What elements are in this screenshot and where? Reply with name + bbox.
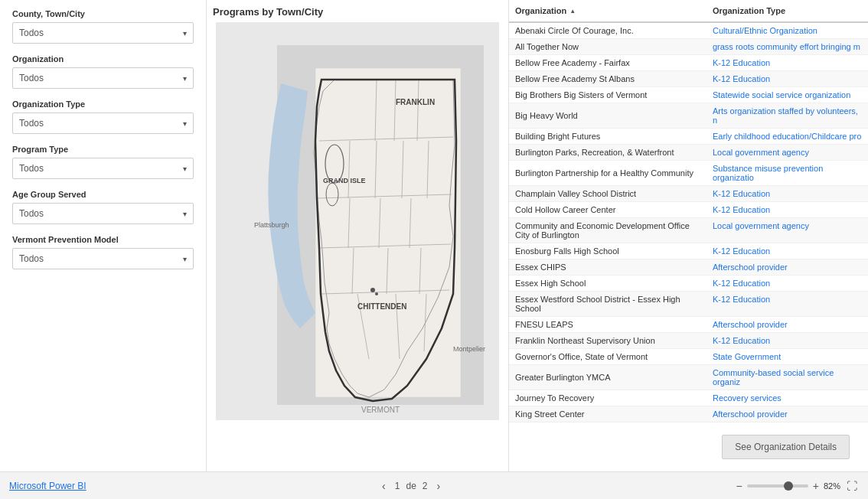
table-row[interactable]: Governor's Office, State of VermontState… bbox=[509, 349, 868, 365]
table-row[interactable]: All Together Nowgrass roots community ef… bbox=[509, 39, 868, 55]
type-cell: Local government agency bbox=[706, 145, 868, 160]
org-cell: Governor's Office, State of Vermont bbox=[509, 349, 706, 364]
bottom-bar: Microsoft Power BI ‹ 1 de 2 › − + 82% ⛶ bbox=[0, 471, 868, 499]
vpm-filter-label: Vermont Prevention Model bbox=[12, 235, 194, 244]
org-cell: Burlington Parks, Recreation, & Waterfro… bbox=[509, 145, 706, 160]
table-row[interactable]: Essex Westford School District - Essex H… bbox=[509, 292, 868, 317]
org-cell: King Street Center bbox=[509, 406, 706, 422]
table-row[interactable]: Abenaki Circle Of Courage, Inc.Cultural/… bbox=[509, 23, 868, 39]
map-svg: FRANKLIN GRAND ISLE CHITTENDEN Plattsbur… bbox=[213, 22, 502, 420]
county-filter-select[interactable]: Todos▾ bbox=[12, 22, 194, 44]
chevron-down-icon: ▾ bbox=[183, 119, 187, 128]
map-title: Programs by Town/City bbox=[213, 6, 502, 18]
org-cell: Cold Hollow Career Center bbox=[509, 202, 706, 217]
org-cell: Franklin Northeast Supervisory Union bbox=[509, 333, 706, 348]
progtype-filter-select[interactable]: Todos▾ bbox=[12, 158, 194, 179]
type-cell: Afterschool provider bbox=[706, 406, 868, 422]
table-row[interactable]: Franklin Northeast Supervisory UnionK-12… bbox=[509, 333, 868, 349]
page-total: 2 bbox=[423, 481, 428, 491]
table-row[interactable]: Big Brothers Big Sisters of VermontState… bbox=[509, 87, 868, 103]
table-row[interactable]: Greater Burlington YMCACommunity-based s… bbox=[509, 365, 868, 390]
orgtype-filter-label: Organization Type bbox=[12, 99, 194, 109]
org-filter-label: Organization bbox=[12, 54, 194, 64]
zoom-thumb[interactable] bbox=[784, 481, 793, 491]
svg-text:VERMONT: VERMONT bbox=[361, 406, 400, 414]
zoom-in-button[interactable]: + bbox=[813, 480, 819, 492]
svg-text:CHITTENDEN: CHITTENDEN bbox=[357, 302, 406, 311]
page-separator: de bbox=[406, 481, 416, 491]
progtype-filter-label: Program Type bbox=[12, 145, 194, 154]
table-row[interactable]: Bellow Free Academy - FairfaxK-12 Educat… bbox=[509, 55, 868, 71]
org-cell: Burlington Partnership for a Healthy Com… bbox=[509, 161, 706, 185]
zoom-slider[interactable] bbox=[747, 484, 808, 488]
org-filter-select[interactable]: Todos▾ bbox=[12, 67, 194, 89]
org-filter-value: Todos bbox=[19, 73, 44, 83]
chevron-down-icon: ▾ bbox=[183, 255, 187, 263]
table-row[interactable]: Burlington Parks, Recreation, & Waterfro… bbox=[509, 145, 868, 161]
org-cell: Big Heavy World bbox=[509, 103, 706, 128]
org-cell: Building Bright Futures bbox=[509, 129, 706, 144]
age-filter-value: Todos bbox=[19, 208, 44, 219]
table-row[interactable]: Essex CHIPSAfterschool provider bbox=[509, 259, 868, 276]
map-container: Programs by Town/City bbox=[207, 0, 509, 471]
sidebar: County, Town/CityTodos▾OrganizationTodos… bbox=[0, 0, 207, 471]
table-row[interactable]: Big Heavy WorldArts organization staffed… bbox=[509, 103, 868, 129]
org-filter-group: OrganizationTodos▾ bbox=[12, 54, 194, 89]
svg-text:Montpelier: Montpelier bbox=[453, 345, 485, 353]
table-row[interactable]: Bellow Free Academy St AlbansK-12 Educat… bbox=[509, 71, 868, 87]
table-row[interactable]: Community and Economic Development Offic… bbox=[509, 218, 868, 243]
org-cell: FNESU LEAPS bbox=[509, 317, 706, 332]
vpm-filter-value: Todos bbox=[19, 253, 44, 264]
powerbi-link[interactable]: Microsoft Power BI bbox=[9, 481, 86, 491]
type-cell: K-12 Education bbox=[706, 333, 868, 348]
table-row[interactable]: Enosburg Falls High SchoolK-12 Education bbox=[509, 243, 868, 259]
progtype-filter-value: Todos bbox=[19, 163, 44, 174]
next-page-button[interactable]: › bbox=[434, 478, 444, 494]
table-row[interactable]: Burlington Partnership for a Healthy Com… bbox=[509, 161, 868, 186]
table-row[interactable]: Essex High SchoolK-12 Education bbox=[509, 276, 868, 292]
org-cell: Journey To Recovery bbox=[509, 390, 706, 406]
orgtype-filter-select[interactable]: Todos▾ bbox=[12, 113, 194, 134]
see-org-details-button[interactable]: See Organization Details bbox=[722, 435, 850, 459]
orgtype-filter-group: Organization TypeTodos▾ bbox=[12, 99, 194, 134]
table-row[interactable]: FNESU LEAPSAfterschool provider bbox=[509, 317, 868, 333]
main-container: County, Town/CityTodos▾OrganizationTodos… bbox=[0, 0, 868, 499]
vpm-filter-select[interactable]: Todos▾ bbox=[12, 248, 194, 269]
type-cell: Early childhood education/Childcare pro bbox=[706, 129, 868, 144]
age-filter-select[interactable]: Todos▾ bbox=[12, 203, 194, 224]
svg-text:Plattsburgh: Plattsburgh bbox=[254, 221, 289, 229]
type-cell: Community-based social service organiz bbox=[706, 365, 868, 390]
org-cell: Abenaki Circle Of Courage, Inc. bbox=[509, 23, 706, 38]
type-cell: Afterschool provider bbox=[706, 259, 868, 275]
table-body[interactable]: Abenaki Circle Of Courage, Inc.Cultural/… bbox=[509, 23, 868, 422]
org-cell: Big Brothers Big Sisters of Vermont bbox=[509, 87, 706, 103]
type-cell: Cultural/Ethnic Organization bbox=[706, 23, 868, 38]
chevron-down-icon: ▾ bbox=[183, 165, 187, 173]
table-row[interactable]: Champlain Valley School DistrictK-12 Edu… bbox=[509, 186, 868, 202]
svg-text:GRAND ISLE: GRAND ISLE bbox=[323, 177, 366, 184]
svg-point-23 bbox=[370, 288, 375, 292]
prev-page-button[interactable]: ‹ bbox=[379, 478, 389, 494]
content-area: County, Town/CityTodos▾OrganizationTodos… bbox=[0, 0, 868, 471]
right-panel: Organization ▲ Organization Type Abenaki… bbox=[509, 0, 868, 471]
org-cell: Champlain Valley School District bbox=[509, 186, 706, 201]
table-row[interactable]: King Street CenterAfterschool provider bbox=[509, 406, 868, 422]
org-cell: Community and Economic Development Offic… bbox=[509, 218, 706, 243]
type-cell: K-12 Education bbox=[706, 71, 868, 86]
zoom-label: 82% bbox=[824, 481, 840, 491]
table-row[interactable]: Cold Hollow Career CenterK-12 Education bbox=[509, 202, 868, 218]
county-filter-label: County, Town/City bbox=[12, 9, 194, 18]
type-cell: Arts organization staffed by volunteers,… bbox=[706, 103, 868, 128]
table-row[interactable]: Journey To RecoveryRecovery services bbox=[509, 390, 868, 406]
chevron-down-icon: ▾ bbox=[183, 74, 187, 83]
table-row[interactable]: Building Bright FuturesEarly childhood e… bbox=[509, 129, 868, 145]
fit-screen-button[interactable]: ⛶ bbox=[845, 478, 859, 494]
zoom-out-button[interactable]: − bbox=[736, 480, 742, 492]
type-cell: K-12 Education bbox=[706, 202, 868, 217]
svg-text:FRANKLIN: FRANKLIN bbox=[396, 98, 435, 106]
map-canvas[interactable]: FRANKLIN GRAND ISLE CHITTENDEN Plattsbur… bbox=[213, 22, 502, 463]
type-cell: K-12 Education bbox=[706, 186, 868, 201]
progtype-filter-group: Program TypeTodos▾ bbox=[12, 145, 194, 179]
sort-asc-icon[interactable]: ▲ bbox=[569, 8, 576, 15]
type-cell: K-12 Education bbox=[706, 243, 868, 259]
